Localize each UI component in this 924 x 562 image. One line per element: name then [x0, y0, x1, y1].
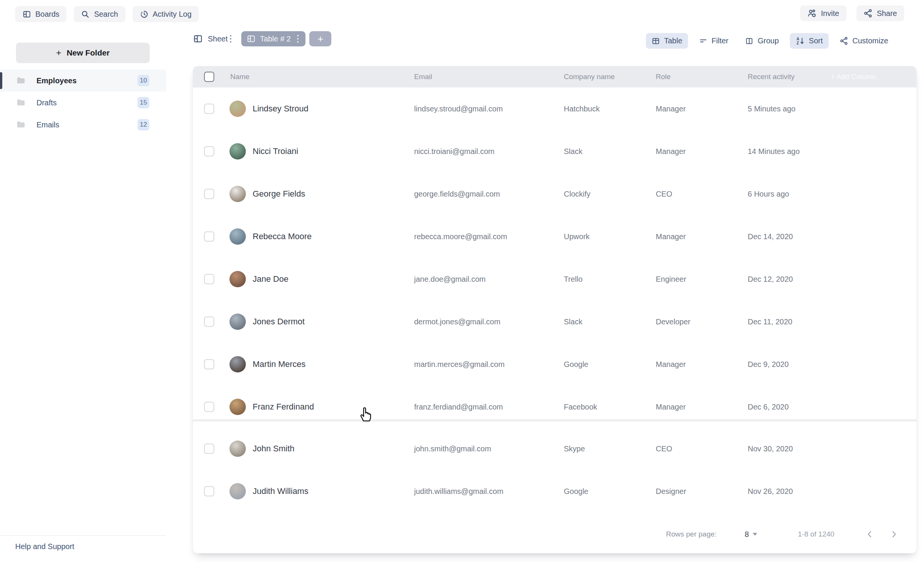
table-row[interactable]: Nicci Troiani nicci.troiani@gmail.com Sl… [193, 130, 916, 173]
cell-name: George Fields [253, 189, 305, 199]
sort-button[interactable]: AZ Sort [790, 33, 829, 49]
cell-activity: Dec 12, 2020 [748, 275, 793, 284]
cell-role: CEO [656, 445, 672, 453]
cell-activity: Dec 14, 2020 [748, 232, 793, 241]
column-header-activity[interactable]: Recent activity [748, 73, 795, 81]
select-all-checkbox[interactable] [204, 72, 214, 82]
page-break-divider [193, 419, 916, 421]
boards-label: Boards [35, 10, 59, 19]
row-checkbox[interactable] [204, 317, 214, 327]
search-button[interactable]: Search [74, 6, 125, 22]
help-and-support-link[interactable]: Help and Support [15, 542, 74, 551]
svg-text:Z: Z [796, 41, 799, 45]
row-checkbox[interactable] [204, 274, 214, 284]
row-checkbox[interactable] [204, 444, 214, 454]
table-row[interactable]: Jones Dermot dermot.jones@gmail.com Slac… [193, 300, 916, 343]
table-row[interactable]: Franz Ferdinand franz.ferdiand@gmail.com… [193, 386, 916, 428]
group-label: Group [758, 37, 779, 45]
add-table-button[interactable]: + [309, 31, 331, 46]
customize-button[interactable]: Customize [834, 33, 894, 49]
column-header-name[interactable]: Name [230, 73, 250, 81]
table-row[interactable]: Martin Merces martin.merces@gmail.com Go… [193, 343, 916, 386]
sheet-tab-menu-icon[interactable] [228, 33, 234, 44]
table-card: Name Email Company name Role Recent acti… [193, 66, 916, 553]
tab-sheet[interactable]: Sheet [193, 34, 228, 44]
sidebar-item-emails[interactable]: Emails 12 [0, 114, 166, 136]
share-button[interactable]: Share [856, 5, 904, 21]
row-checkbox[interactable] [204, 146, 214, 157]
avatar [229, 271, 246, 287]
cell-name: John Smith [253, 444, 294, 454]
folder-icon [16, 120, 26, 130]
avatar [229, 483, 246, 500]
column-header-company[interactable]: Company name [564, 73, 615, 81]
avatar [229, 314, 246, 330]
topbar-left: Boards Search Activity Log [15, 6, 199, 22]
svg-text:A: A [796, 37, 799, 41]
column-header-email[interactable]: Email [414, 73, 432, 81]
invite-button[interactable]: Invite [800, 5, 846, 21]
sidebar-item-employees[interactable]: Employees 10 [0, 70, 166, 92]
rows-per-page-select[interactable]: 8 [745, 530, 757, 539]
table-tab-icon [247, 34, 256, 43]
cell-company: Slack [564, 318, 582, 326]
avatar [229, 441, 246, 457]
search-label: Search [94, 10, 118, 19]
table-row[interactable]: Rebecca Moore rebecca.moore@gmail.com Up… [193, 215, 916, 258]
cell-role: Manager [656, 403, 686, 411]
cell-role: Developer [656, 318, 690, 326]
cell-company: Facebook [564, 403, 597, 411]
cell-name: Lindsey Stroud [253, 104, 309, 114]
avatar [229, 101, 246, 117]
filter-button[interactable]: Filter [693, 33, 734, 49]
activity-log-button[interactable]: Activity Log [133, 6, 199, 22]
table-view-button[interactable]: Table [646, 33, 688, 49]
previous-page-button[interactable] [863, 528, 876, 541]
cell-role: Manager [656, 147, 686, 156]
plus-icon: + [318, 33, 323, 45]
new-folder-button[interactable]: + New Folder [16, 43, 150, 63]
table-row[interactable]: George Fields george.fields@gmail.com Cl… [193, 173, 916, 215]
cell-activity: Dec 9, 2020 [748, 360, 789, 369]
add-column-button[interactable]: + Add Column [831, 73, 876, 81]
cell-role: Engineer [656, 275, 686, 284]
pagination-range: 1-8 of 1240 [798, 530, 834, 538]
cell-activity: 5 Minutes ago [748, 105, 796, 113]
cell-email: dermot.jones@gmail.com [414, 318, 500, 326]
folder-count-badge: 10 [138, 75, 149, 86]
search-icon [81, 10, 90, 19]
cell-activity: 14 Minutes ago [748, 147, 800, 156]
row-checkbox[interactable] [204, 402, 214, 412]
boards-button[interactable]: Boards [15, 6, 66, 22]
share-icon [864, 9, 873, 18]
cell-company: Trello [564, 275, 582, 284]
cell-name: Nicci Troiani [253, 146, 298, 156]
row-checkbox[interactable] [204, 232, 214, 242]
table-row[interactable]: Lindsey Stroud lindsey.stroud@gmail.com … [193, 87, 916, 130]
share-label: Share [877, 9, 897, 18]
folder-icon [16, 98, 26, 108]
cell-role: Designer [656, 487, 686, 496]
row-checkbox[interactable] [204, 486, 214, 497]
cell-activity: Nov 30, 2020 [748, 445, 793, 453]
table-row[interactable]: John Smith john.smith@gmail.com Skype CE… [193, 427, 916, 470]
table-tab-menu-icon[interactable] [295, 33, 301, 44]
row-checkbox[interactable] [204, 189, 214, 199]
row-checkbox[interactable] [204, 104, 214, 114]
column-header-role[interactable]: Role [656, 73, 671, 81]
plus-icon: + [56, 48, 61, 58]
table-header-row: Name Email Company name Role Recent acti… [193, 66, 916, 87]
group-icon [745, 37, 753, 45]
cell-email: rebecca.moore@gmail.com [414, 232, 507, 241]
sidebar-item-drafts[interactable]: Drafts 15 [0, 92, 166, 114]
table-row[interactable]: Judith Williams judith.williams@gmail.co… [193, 470, 916, 513]
cell-company: Skype [564, 445, 585, 453]
avatar [229, 229, 246, 245]
cell-email: nicci.troiani@gmail.com [414, 147, 494, 156]
group-button[interactable]: Group [739, 33, 785, 49]
next-page-button[interactable] [888, 528, 900, 541]
tab-table-2-active[interactable]: Table # 2 [241, 31, 305, 46]
cell-company: Clockify [564, 190, 590, 198]
row-checkbox[interactable] [204, 359, 214, 370]
table-row[interactable]: Jane Doe jane.doe@gmail.com Trello Engin… [193, 258, 916, 300]
